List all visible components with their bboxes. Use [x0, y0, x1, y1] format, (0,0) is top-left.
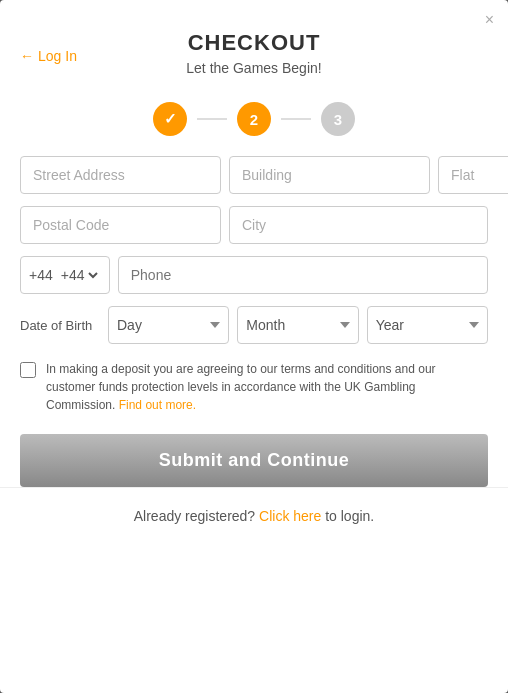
- modal-header: CHECKOUT Let the Games Begin!: [0, 0, 508, 86]
- city-row: [20, 206, 488, 244]
- dob-row: Date of Birth Day 1234 5678 910 Month Ja…: [20, 306, 488, 344]
- address-row: [20, 156, 488, 194]
- phone-input[interactable]: [118, 256, 488, 294]
- flat-input[interactable]: [438, 156, 508, 194]
- login-link[interactable]: Log In: [20, 48, 77, 64]
- phone-code-value: +44: [29, 267, 53, 283]
- submit-button[interactable]: Submit and Continue: [20, 434, 488, 487]
- dob-day-select[interactable]: Day 1234 5678 910: [108, 306, 229, 344]
- phone-row: +44 +44 +1 +33 +49: [20, 256, 488, 294]
- checkout-modal: × Log In CHECKOUT Let the Games Begin! ✓…: [0, 0, 508, 693]
- street-address-input[interactable]: [20, 156, 221, 194]
- click-here-link[interactable]: Click here: [259, 508, 321, 524]
- terms-text: In making a deposit you are agreeing to …: [46, 360, 488, 414]
- postal-code-input[interactable]: [20, 206, 221, 244]
- modal-footer: Already registered? Click here to login.: [0, 488, 508, 544]
- find-out-more-link[interactable]: Find out more.: [119, 398, 196, 412]
- phone-code-selector[interactable]: +44 +44 +1 +33 +49: [20, 256, 110, 294]
- step-divider-1: [197, 118, 227, 120]
- step-indicators: ✓ 2 3: [0, 102, 508, 136]
- page-title: CHECKOUT: [20, 30, 488, 56]
- terms-checkbox[interactable]: [20, 362, 36, 378]
- city-input[interactable]: [229, 206, 488, 244]
- phone-code-select[interactable]: +44 +1 +33 +49: [57, 266, 101, 284]
- dob-month-select[interactable]: Month JanFebMarApr MayJunJulAug SepOctNo…: [237, 306, 358, 344]
- page-subtitle: Let the Games Begin!: [20, 60, 488, 76]
- step-1: ✓: [153, 102, 187, 136]
- dob-label: Date of Birth: [20, 318, 100, 333]
- building-input[interactable]: [229, 156, 430, 194]
- terms-row: In making a deposit you are agreeing to …: [20, 360, 488, 414]
- checkout-form: +44 +44 +1 +33 +49 Date of Birth Day 123…: [0, 156, 508, 487]
- close-button[interactable]: ×: [485, 12, 494, 28]
- step-3: 3: [321, 102, 355, 136]
- footer-suffix: to login.: [325, 508, 374, 524]
- step-divider-2: [281, 118, 311, 120]
- footer-text: Already registered?: [134, 508, 255, 524]
- dob-year-select[interactable]: Year 2000199919981990 1985198019751970: [367, 306, 488, 344]
- step-2: 2: [237, 102, 271, 136]
